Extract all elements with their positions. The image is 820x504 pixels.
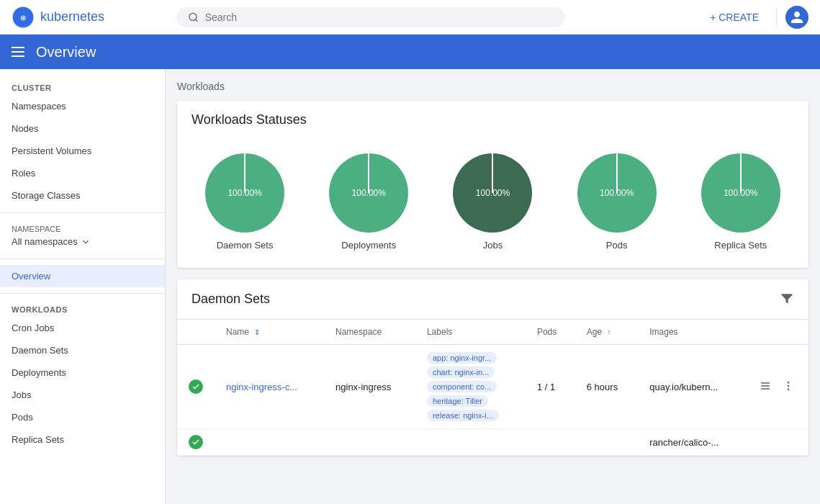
kubernetes-logo-icon: ⎈ — [12, 6, 35, 29]
logo-text: kubernetes — [40, 9, 104, 24]
table-head: Name Namespace Labels Pods — [177, 320, 808, 345]
daemon-sets-title: Daemon Sets — [192, 292, 270, 307]
th-namespace: Namespace — [324, 320, 415, 345]
svg-text:⎈: ⎈ — [20, 12, 27, 23]
create-button[interactable]: + CREATE — [701, 6, 767, 29]
sidebar-item-overview[interactable]: Overview — [0, 265, 165, 287]
topbar: ⎈ kubernetes + CREATE — [0, 0, 820, 35]
row1-name-link[interactable]: nginx-ingress-c... — [226, 382, 297, 392]
label-chip: chart: nginx-in... — [427, 366, 495, 378]
workloads-section-label: Workloads — [0, 300, 165, 317]
daemon-sets-table: Name Namespace Labels Pods — [177, 320, 808, 456]
status-daemon-sets: 100.00% Daemon Sets — [205, 153, 284, 251]
row1-namespace-cell: nginx-ingress — [324, 345, 415, 429]
main-content: Workloads Workloads Statuses 100.00% Dae… — [166, 69, 820, 504]
row1-name-cell: nginx-ingress-c... — [215, 345, 324, 429]
chevron-down-icon — [81, 237, 91, 247]
pie-pods-pct: 100.00% — [600, 188, 634, 198]
check-icon — [192, 438, 200, 446]
sidebar-item-pods[interactable]: Pods — [0, 406, 165, 428]
row1-images-cell: quay.io/kubern... — [638, 345, 745, 429]
status-pods: 100.00% Pods — [577, 153, 657, 251]
th-actions — [745, 320, 808, 345]
logo[interactable]: ⎈ kubernetes — [12, 6, 104, 29]
daemon-sets-table-section: Name Namespace Labels Pods — [177, 320, 808, 456]
topbar-actions: + CREATE — [701, 6, 808, 29]
sidebar: Cluster Namespaces Nodes Persistent Volu… — [0, 69, 166, 504]
sidebar-item-nodes[interactable]: Nodes — [0, 117, 165, 140]
pie-pods: 100.00% — [577, 153, 657, 233]
workload-statuses-card: Workloads Statuses 100.00% Daemon Sets — [177, 101, 808, 268]
sidebar-item-namespaces[interactable]: Namespaces — [0, 95, 165, 117]
daemon-sets-header: Daemon Sets — [177, 279, 808, 320]
header-title: Overview — [36, 44, 96, 60]
row1-actions — [757, 377, 797, 397]
status-deployments: 100.00% Deployments — [329, 153, 408, 251]
check-icon — [192, 382, 200, 391]
th-pods: Pods — [526, 320, 575, 345]
avatar[interactable] — [785, 6, 808, 29]
table-row: rancher/calico-... — [177, 429, 808, 456]
row1-labels-cell: app: nginx-ingr... chart: nginx-in... co… — [415, 345, 526, 429]
success-icon — [189, 379, 203, 394]
label-chip: release: nginx-i... — [427, 410, 499, 421]
search-bar — [176, 7, 565, 27]
namespace-dropdown[interactable]: All namespaces — [12, 236, 153, 247]
table-row: nginx-ingress-c... nginx-ingress app: ng… — [177, 345, 808, 429]
status-pods-label: Pods — [606, 240, 628, 251]
more-actions-button[interactable] — [780, 377, 797, 397]
th-age[interactable]: Age — [575, 320, 638, 345]
sidebar-item-jobs[interactable]: Jobs — [0, 384, 165, 406]
statuses-title: Workloads Statuses — [192, 112, 307, 127]
th-name[interactable]: Name — [215, 320, 324, 345]
sidebar-item-roles[interactable]: Roles — [0, 162, 165, 184]
label-chip: component: co... — [427, 381, 497, 392]
label-chip: heritage: Tiller — [427, 395, 488, 407]
namespace-selector: Namespace All namespaces — [0, 219, 165, 253]
pie-jobs: 100.00% — [453, 153, 532, 233]
svg-point-13 — [788, 384, 790, 387]
statuses-row: 100.00% Daemon Sets 100.00% Deployments — [177, 139, 808, 268]
sidebar-item-cron-jobs[interactable]: Cron Jobs — [0, 317, 165, 339]
row2-actions-cell — [745, 429, 808, 456]
row1-labels: app: nginx-ingr... chart: nginx-in... co… — [427, 351, 514, 423]
svg-point-14 — [788, 388, 790, 390]
row1-age-cell: 6 hours — [575, 345, 638, 429]
svg-line-3 — [196, 19, 198, 21]
pie-deployments: 100.00% — [329, 153, 408, 233]
sidebar-item-persistent-volumes[interactable]: Persistent Volumes — [0, 140, 165, 162]
sidebar-item-deployments[interactable]: Deployments — [0, 361, 165, 384]
row1-actions-cell — [745, 345, 808, 429]
sidebar-item-replica-sets[interactable]: Replica Sets — [0, 428, 165, 451]
pie-replica-sets-pct: 100.00% — [724, 188, 757, 198]
cluster-section-label: Cluster — [0, 78, 165, 95]
sidebar-divider-1 — [0, 212, 165, 213]
row1-pods-cell: 1 / 1 — [526, 345, 575, 429]
sidebar-item-storage-classes[interactable]: Storage Classes — [0, 184, 165, 207]
row2-age-cell — [575, 429, 638, 456]
sidebar-divider-3 — [0, 293, 165, 294]
daemon-sets-card: Daemon Sets Name — [177, 279, 808, 456]
header-bar: Overview — [0, 35, 820, 69]
row2-namespace-cell — [324, 429, 415, 456]
row2-status-cell — [177, 429, 215, 456]
search-input[interactable] — [205, 12, 554, 23]
success-icon — [189, 435, 203, 449]
status-jobs: 100.00% Jobs — [453, 153, 532, 251]
user-icon — [790, 10, 804, 24]
sidebar-divider-2 — [0, 258, 165, 259]
row2-pods-cell — [526, 429, 575, 456]
filter-icon[interactable] — [780, 291, 794, 307]
row2-labels-cell — [415, 429, 526, 456]
filter-svg — [780, 291, 794, 305]
pie-jobs-pct: 100.00% — [476, 188, 510, 198]
menu-button[interactable] — [12, 47, 24, 57]
svg-point-12 — [788, 382, 790, 384]
th-images: Images — [638, 320, 745, 345]
divider — [776, 9, 777, 26]
pie-deployments-pct: 100.00% — [352, 188, 386, 198]
sidebar-item-daemon-sets[interactable]: Daemon Sets — [0, 339, 165, 361]
view-logs-button[interactable] — [757, 377, 774, 397]
more-icon — [783, 380, 794, 392]
th-status — [177, 320, 215, 345]
